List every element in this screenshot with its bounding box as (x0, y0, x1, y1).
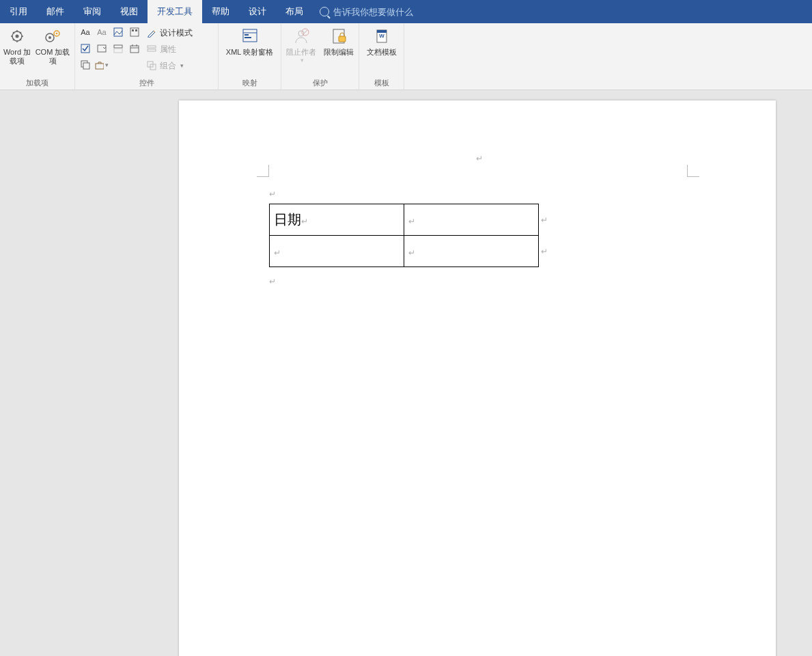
properties-button[interactable]: 属性 (145, 42, 194, 57)
xml-mapping-label: XML 映射窗格 (226, 46, 273, 57)
dropdown-control-button[interactable] (111, 41, 126, 56)
margin-corner-top-left (257, 165, 269, 177)
word-addins-button[interactable]: Word 加载项 (3, 25, 31, 66)
combobox-icon (97, 44, 107, 53)
design-mode-icon (146, 27, 157, 38)
svg-rect-22 (148, 49, 156, 51)
repeating-control-button[interactable] (78, 57, 93, 72)
chevron-down-icon: ▾ (300, 57, 304, 64)
chevron-down-icon: ▾ (105, 62, 109, 68)
tab-developer[interactable]: 开发工具 (148, 0, 202, 23)
ribbon: Word 加载项 COM 加载项 加载项 Aa (0, 23, 812, 90)
page[interactable]: ↵ ↵ 日期↵ ↵ ↵ ↵ (179, 100, 776, 656)
svg-text:W: W (379, 33, 384, 39)
svg-rect-8 (132, 29, 134, 31)
ribbon-tab-bar: 引用 邮件 审阅 视图 开发工具 帮助 设计 布局 (0, 0, 812, 23)
design-mode-label: 设计模式 (160, 27, 193, 39)
svg-rect-21 (148, 46, 156, 48)
word-addins-label: Word 加载项 (3, 46, 31, 66)
group-icon (146, 60, 157, 71)
svg-point-3 (48, 36, 51, 39)
cell-mark: ↵ (301, 217, 308, 226)
xml-mapping-button[interactable]: XML 映射窗格 (223, 25, 277, 57)
chevron-down-icon: ▾ (180, 62, 184, 69)
rich-text-control-button[interactable]: Aa (78, 25, 93, 40)
date-control-button[interactable] (127, 41, 142, 56)
restrict-editing-button[interactable]: 限制编辑 (322, 25, 356, 57)
com-addins-button[interactable]: COM 加载项 (34, 25, 71, 66)
tab-design[interactable]: 设计 (239, 0, 276, 23)
restrict-editing-label: 限制编辑 (324, 46, 354, 57)
paragraph-mark: ↵ (269, 189, 276, 199)
tab-review[interactable]: 审阅 (74, 0, 111, 23)
document-template-label: 文档模板 (367, 46, 397, 57)
xml-pane-icon (241, 28, 259, 44)
block-author-icon (293, 28, 309, 44)
group-protect-label: 保护 (284, 78, 356, 90)
group-addins-label: 加载项 (3, 78, 72, 90)
template-icon: W (374, 28, 390, 44)
svg-rect-7 (130, 28, 139, 36)
tab-view[interactable]: 视图 (111, 0, 148, 23)
com-addins-label: COM 加载项 (34, 46, 71, 66)
properties-icon (146, 44, 157, 55)
building-block-control-button[interactable] (127, 25, 142, 40)
block-authors-button[interactable]: 阻止作者 ▾ (284, 25, 319, 64)
document-table[interactable]: 日期↵ ↵ ↵ ↵ ↵ ↵ (269, 204, 539, 267)
cell-mark: ↵ (408, 217, 415, 226)
paragraph-mark: ↵ (476, 154, 483, 164)
tab-mailings[interactable]: 邮件 (37, 0, 74, 23)
image-icon (113, 27, 123, 37)
group-control-button[interactable]: 组合 ▾ (145, 58, 194, 73)
combobox-control-button[interactable] (94, 41, 109, 56)
svg-rect-12 (114, 45, 122, 48)
calendar-icon (130, 44, 139, 53)
svg-rect-19 (83, 63, 89, 69)
svg-point-1 (16, 35, 19, 38)
controls-gallery: Aa Aa (78, 25, 142, 72)
paragraph-mark: ↵ (269, 277, 276, 286)
group-controls-label: 控件 (78, 78, 215, 90)
svg-point-29 (298, 31, 304, 36)
row-end-mark: ↵ (541, 215, 548, 225)
toolbox-icon (95, 60, 104, 70)
search-icon (320, 7, 329, 16)
gear-icon (44, 29, 61, 44)
group-template-label: 模板 (362, 78, 401, 90)
svg-rect-28 (244, 37, 251, 38)
svg-rect-9 (135, 29, 137, 31)
svg-rect-10 (81, 44, 89, 53)
table-cell[interactable]: ↵ ↵ (404, 236, 539, 267)
group-control-label: 组合 (160, 60, 176, 72)
table-row[interactable]: ↵ ↵ ↵ (270, 236, 539, 267)
cell-text: 日期 (274, 212, 301, 227)
table-cell[interactable]: ↵ ↵ (404, 204, 539, 236)
table-cell[interactable]: 日期↵ (270, 204, 404, 236)
tab-references[interactable]: 引用 (0, 0, 37, 23)
document-editor-area[interactable]: ↵ ↵ 日期↵ ↵ ↵ ↵ (0, 90, 812, 656)
checkbox-control-button[interactable] (78, 41, 93, 56)
lock-icon (331, 28, 347, 44)
table-cell[interactable]: ↵ (270, 236, 404, 267)
document-template-button[interactable]: W 文档模板 (363, 25, 401, 57)
gear-icon (10, 29, 25, 44)
tell-me-input[interactable] (333, 7, 511, 17)
cell-mark: ↵ (274, 248, 281, 258)
dropdown-icon (113, 44, 123, 53)
row-end-mark: ↵ (541, 246, 548, 256)
group-mapping-label: 映射 (221, 78, 278, 90)
design-mode-button[interactable]: 设计模式 (145, 25, 194, 40)
cell-mark: ↵ (408, 248, 415, 258)
block-authors-label: 阻止作者 (286, 46, 316, 57)
repeating-icon (81, 60, 90, 70)
picture-control-button[interactable] (111, 25, 126, 40)
legacy-tools-button[interactable]: ▾ (94, 57, 109, 72)
svg-rect-27 (244, 34, 249, 36)
margin-corner-top-right (687, 165, 699, 177)
tab-help[interactable]: 帮助 (202, 0, 239, 23)
plain-text-control-button[interactable]: Aa (94, 25, 109, 40)
tab-layout[interactable]: 布局 (276, 0, 313, 23)
svg-rect-20 (96, 64, 104, 69)
table-row[interactable]: 日期↵ ↵ ↵ (270, 204, 539, 236)
properties-label: 属性 (160, 44, 176, 55)
